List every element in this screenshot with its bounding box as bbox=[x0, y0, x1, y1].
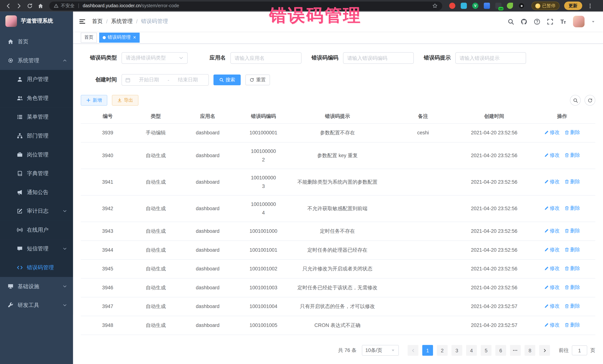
github-icon[interactable] bbox=[521, 18, 527, 25]
sidebar-item-infra[interactable]: 基础设施 bbox=[0, 277, 73, 296]
close-tab-icon[interactable]: × bbox=[133, 35, 136, 40]
delete-link[interactable]: 删除 bbox=[564, 227, 580, 235]
cell-code: 1001001001 bbox=[238, 241, 288, 260]
edit-link[interactable]: 修改 bbox=[544, 177, 560, 186]
page-button-5[interactable]: 5 bbox=[481, 345, 491, 356]
page-button-2[interactable]: 2 bbox=[437, 345, 448, 356]
error-msg-input[interactable] bbox=[455, 52, 526, 64]
sidebar-item-audit-log[interactable]: 审计日志 bbox=[0, 202, 73, 221]
delete-link[interactable]: 删除 bbox=[564, 177, 580, 186]
edit-link[interactable]: 修改 bbox=[544, 283, 560, 292]
sidebar-item-sms[interactable]: 短信管理 bbox=[0, 239, 73, 258]
search-icon[interactable] bbox=[508, 18, 514, 25]
more-pages-button[interactable]: ••• bbox=[510, 345, 521, 356]
hamburger-icon[interactable] bbox=[79, 18, 86, 25]
delete-link[interactable]: 删除 bbox=[564, 204, 580, 213]
page-button-8[interactable]: 8 bbox=[524, 345, 535, 356]
delete-link[interactable]: 删除 bbox=[564, 283, 580, 292]
caret-down-icon[interactable] bbox=[591, 20, 595, 24]
sidebar-item-notice[interactable]: 通知公告 bbox=[0, 183, 73, 202]
create-time-range[interactable]: 开始日期 - 结束日期 bbox=[122, 74, 209, 86]
app-name-input[interactable] bbox=[231, 52, 302, 64]
page-size-select[interactable]: 10条/页 bbox=[362, 345, 399, 356]
sidebar-item-dict[interactable]: 字典管理 bbox=[0, 164, 73, 183]
sidebar-item-role[interactable]: 角色管理 bbox=[0, 89, 73, 108]
edit-link[interactable]: 修改 bbox=[544, 227, 560, 235]
browser-home-icon[interactable] bbox=[35, 1, 46, 11]
cell-msg: 只允许修改为开启或者关闭状态 bbox=[289, 259, 387, 278]
sidebar-logo[interactable]: 芋道管理系统 bbox=[0, 11, 73, 31]
update-button[interactable]: 更新 bbox=[564, 1, 582, 10]
edit-label: 修改 bbox=[550, 227, 560, 235]
page-button-3[interactable]: 3 bbox=[452, 345, 462, 356]
forward-icon[interactable] bbox=[14, 1, 24, 11]
next-page-button[interactable] bbox=[539, 345, 550, 356]
toggle-search-button[interactable] bbox=[570, 95, 581, 106]
goto-page-input[interactable] bbox=[572, 345, 587, 355]
sidebar-item-error-code[interactable]: 错误码管理 bbox=[0, 258, 73, 277]
font-size-icon[interactable] bbox=[560, 18, 567, 25]
sidebar-item-system[interactable]: 系统管理 bbox=[0, 51, 73, 70]
add-button[interactable]: 新增 bbox=[81, 95, 107, 106]
help-icon[interactable] bbox=[534, 18, 540, 25]
sidebar-item-label: 字典管理 bbox=[27, 170, 48, 177]
reset-button[interactable]: 重置 bbox=[245, 75, 270, 85]
paused-badge[interactable]: 已暂停 bbox=[531, 1, 559, 10]
tab-错误码管理[interactable]: 错误码管理× bbox=[99, 33, 139, 43]
browser-menu-icon[interactable] bbox=[585, 1, 595, 11]
extension-icon-on[interactable]: on bbox=[495, 3, 501, 9]
breadcrumb-item[interactable]: 系统管理 bbox=[111, 18, 133, 25]
sidebar-item-dev-tool[interactable]: 研发工具 bbox=[0, 296, 73, 315]
extension-icon-teal[interactable] bbox=[461, 3, 467, 9]
back-icon[interactable] bbox=[3, 1, 13, 11]
fullscreen-icon[interactable] bbox=[547, 18, 553, 25]
error-code-input[interactable] bbox=[343, 52, 414, 64]
delete-link[interactable]: 删除 bbox=[564, 321, 580, 329]
page-button-1[interactable]: 1 bbox=[422, 345, 433, 356]
error-type-select[interactable]: 请选择错误码类型 bbox=[122, 52, 188, 64]
sidebar-item-user[interactable]: 用户管理 bbox=[0, 70, 73, 89]
sidebar-item-dept[interactable]: 部门管理 bbox=[0, 126, 73, 145]
tab-首页[interactable]: 首页 bbox=[81, 33, 97, 43]
cell-msg: 不能删除类型为系统内置的参数配置 bbox=[289, 169, 387, 195]
extension-icon-chart[interactable] bbox=[484, 3, 490, 9]
avatar[interactable] bbox=[573, 16, 584, 27]
edit-link[interactable]: 修改 bbox=[544, 204, 560, 213]
delete-link[interactable]: 删除 bbox=[564, 245, 580, 254]
bookmark-star-icon[interactable] bbox=[432, 3, 438, 9]
page-button-4[interactable]: 4 bbox=[466, 345, 477, 356]
address-bar[interactable]: 不安全 dashboard.yudao.iocoder.cn/system/er… bbox=[49, 1, 442, 10]
sidebar-item-online-user[interactable]: 在线用户 bbox=[0, 221, 73, 240]
edit-link[interactable]: 修改 bbox=[544, 264, 560, 273]
sidebar-item-menu[interactable]: 菜单管理 bbox=[0, 108, 73, 126]
sidebar-item-home[interactable]: 首页 bbox=[0, 32, 73, 51]
delete-link[interactable]: 删除 bbox=[564, 302, 580, 310]
cell-memo bbox=[386, 222, 460, 241]
cell-app: dashboard bbox=[177, 259, 238, 278]
reload-icon[interactable] bbox=[25, 1, 35, 11]
prev-page-button[interactable] bbox=[408, 345, 418, 356]
edit-link[interactable]: 修改 bbox=[544, 321, 560, 329]
export-button[interactable]: 导出 bbox=[112, 95, 139, 106]
delete-link[interactable]: 删除 bbox=[564, 264, 580, 273]
extension-pin-icon[interactable] bbox=[518, 3, 524, 9]
sidebar-item-post[interactable]: 岗位管理 bbox=[0, 145, 73, 164]
edit-link[interactable]: 修改 bbox=[544, 151, 560, 160]
cell-time: 2021-04-20 23:52:56 bbox=[460, 259, 529, 278]
extension-icon-v[interactable]: V bbox=[472, 3, 478, 9]
breadcrumb-item[interactable]: 首页 bbox=[92, 18, 103, 25]
trash-icon bbox=[564, 206, 569, 210]
search-button[interactable]: 搜索 bbox=[213, 75, 241, 85]
edit-link[interactable]: 修改 bbox=[544, 245, 560, 254]
sidebar-item-label: 首页 bbox=[18, 38, 28, 45]
cell-actions: 修改删除 bbox=[529, 123, 595, 142]
extension-icon-leaf[interactable] bbox=[507, 3, 513, 9]
sidebar-item-label: 系统管理 bbox=[18, 57, 39, 64]
refresh-table-button[interactable] bbox=[585, 95, 595, 106]
page-button-6[interactable]: 6 bbox=[495, 345, 506, 356]
delete-link[interactable]: 删除 bbox=[564, 151, 580, 160]
delete-link[interactable]: 删除 bbox=[564, 128, 580, 137]
edit-link[interactable]: 修改 bbox=[544, 302, 560, 310]
edit-link[interactable]: 修改 bbox=[544, 128, 560, 137]
extension-icon-red[interactable] bbox=[449, 3, 455, 9]
